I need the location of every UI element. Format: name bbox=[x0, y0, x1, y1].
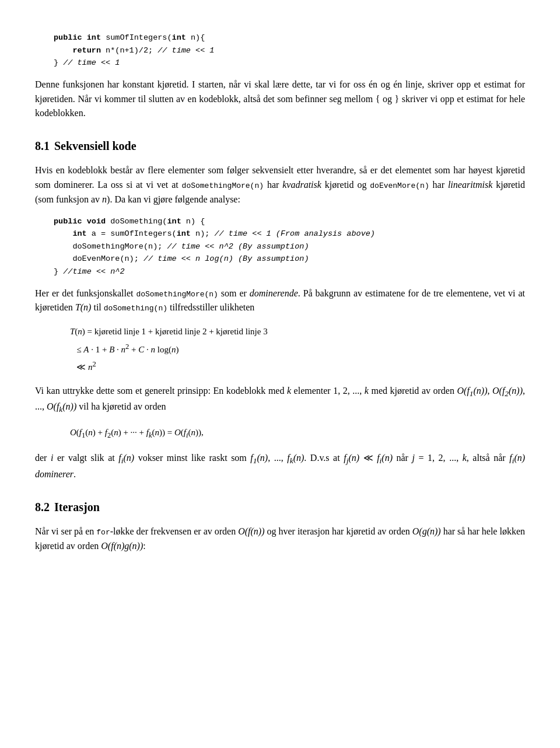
math-Tn: T(n) bbox=[75, 302, 92, 312]
paragraph-8-1-3: Vi kan uttrykke dette som et generelt pr… bbox=[35, 384, 525, 417]
math-f1-ref: f1(n) bbox=[250, 453, 268, 463]
math-block-1: T(n) = kjøretid linje 1 + kjøretid linje… bbox=[70, 323, 525, 376]
math-line-1: T(n) = kjøretid linje 1 + kjøretid linje… bbox=[70, 323, 525, 340]
paragraph-8-1-4: der i er valgt slik at fi(n) vokser mins… bbox=[35, 451, 525, 482]
math-n: n bbox=[102, 194, 107, 204]
math-O-f2: O(f2(n)) bbox=[492, 386, 523, 396]
math-fk-ref: fk(n) bbox=[287, 453, 304, 463]
math-k: k bbox=[287, 386, 291, 396]
math-fj: fj(n) bbox=[344, 453, 359, 463]
code-block-1: public int sumOfIntegers(int n){ return … bbox=[54, 32, 525, 69]
math-fi: fi(n) bbox=[118, 453, 134, 463]
paragraph-8-1-2: Her er det funksjonskallet doSomethingMo… bbox=[35, 286, 525, 316]
math-O-fn: O(f(n)) bbox=[238, 526, 264, 536]
inline-code-doEvenMore: doEvenMore(n) bbox=[370, 181, 429, 190]
italic-dominerende: dominerende bbox=[250, 288, 298, 298]
math-block-2: O(f1(n) + f2(n) + ··· + fk(n)) = O(fi(n)… bbox=[70, 424, 525, 443]
math-O-fk: O(fk(n)) bbox=[47, 401, 76, 411]
italic-linearitmisk: linearitmisk bbox=[448, 180, 492, 190]
inline-code-doSomethingMore: doSomethingMore(n) bbox=[182, 181, 264, 190]
inline-code-doSomethingMore2: doSomethingMore(n) bbox=[136, 290, 218, 299]
section-heading-8-2: 8.2Iterasjon bbox=[35, 498, 525, 516]
italic-kvadratisk: kvadratisk bbox=[282, 180, 321, 190]
paragraph-8-1-1: Hvis en kodeblokk består av flere elemen… bbox=[35, 163, 525, 207]
math-O-gn: O(g(n)) bbox=[412, 526, 441, 536]
math-fi3: fi(n) bbox=[509, 453, 525, 463]
math-k3: k bbox=[463, 453, 467, 463]
math-O-f1: O(f1(n)) bbox=[457, 386, 488, 396]
math-O-fngn: O(f(n)g(n)) bbox=[101, 541, 143, 551]
inline-code-doSomething: doSomething(n) bbox=[104, 304, 167, 313]
math-line-3: ≪ n2 bbox=[70, 358, 525, 376]
paragraph-8-2-1: Når vi ser på en for-løkke der frekvense… bbox=[35, 525, 525, 554]
math-k2: k bbox=[365, 386, 369, 396]
math-i: i bbox=[51, 453, 53, 463]
inline-code-for: for bbox=[96, 528, 110, 537]
math-line-2: ≤ A · 1 + B · n2 + C · n log(n) bbox=[70, 340, 525, 358]
math-fi2: fi(n) bbox=[377, 453, 393, 463]
code-block-2: public void doSomething(int n) { int a =… bbox=[54, 215, 525, 278]
section-heading-8-1: 8.1Sekvensiell kode bbox=[35, 137, 525, 155]
math-j: j bbox=[412, 453, 414, 463]
paragraph-1: Denne funksjonen har konstant kjøretid. … bbox=[35, 78, 525, 121]
